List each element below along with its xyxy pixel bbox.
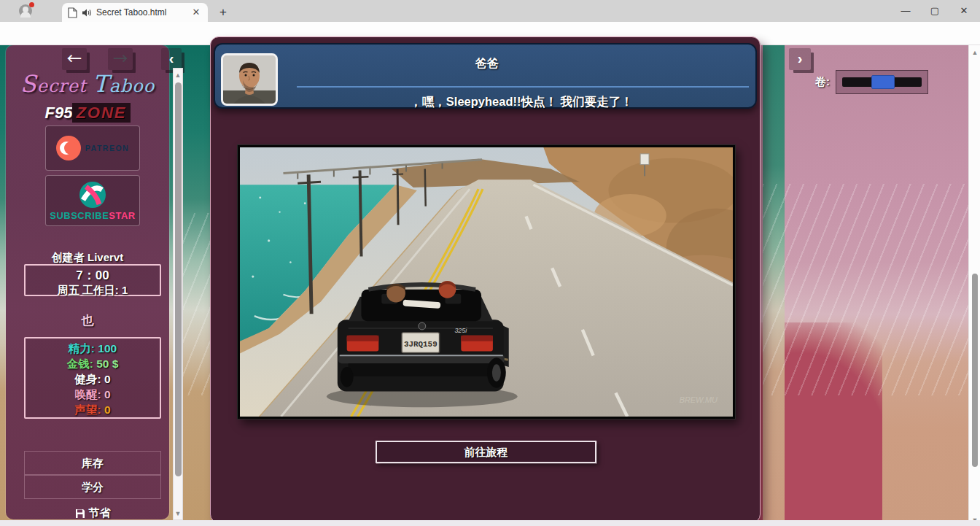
- credits-link[interactable]: 学分: [24, 475, 161, 499]
- dialog-speaker-name: 爸爸: [215, 56, 758, 71]
- window-maximize-button[interactable]: ▢: [920, 0, 949, 21]
- watermark: BREW.MU: [680, 395, 718, 404]
- svg-text:3JRQ159: 3JRQ159: [404, 340, 438, 349]
- page-scrollbar[interactable]: ▲ ▼: [968, 45, 980, 526]
- volume-track[interactable]: [842, 77, 922, 87]
- game-day: 周五 工作日: 1: [26, 284, 160, 298]
- creator-label: 创建者 Livervt: [16, 251, 159, 265]
- stat-energy: 精力: 100: [26, 341, 160, 356]
- volume-thumb[interactable]: [871, 75, 895, 89]
- scroll-down-icon[interactable]: ▼: [174, 509, 182, 518]
- window-close-button[interactable]: ✕: [949, 0, 979, 21]
- also-label: 也: [16, 312, 159, 329]
- patreon-link[interactable]: PATREON: [45, 125, 140, 171]
- history-back-button[interactable]: 🡐: [62, 48, 87, 70]
- sidebar-collapse-button[interactable]: ‹: [161, 48, 182, 70]
- sidebar-expand-button[interactable]: ›: [789, 48, 811, 70]
- stats-panel: 精力: 100 金钱: 50 $ 健身: 0 唤醒: 0 声望: 0: [24, 337, 161, 419]
- speaker-avatar: [221, 53, 278, 106]
- tab-audio-speaker-icon[interactable]: [82, 8, 92, 18]
- wave-foam: [763, 184, 980, 395]
- save-link[interactable]: 节省: [24, 506, 161, 520]
- browser-tab[interactable]: Secret Taboo.html ✕: [62, 3, 208, 22]
- inventory-link[interactable]: 库存: [24, 451, 161, 475]
- game-title: Secret Taboo: [16, 70, 159, 98]
- stat-money: 金钱: 50 $: [26, 356, 160, 371]
- dialog-text: ，嘿，Sleepyhead!!快点！ 我们要走了！: [288, 94, 755, 110]
- go-journey-button[interactable]: 前往旅程: [376, 441, 596, 463]
- scroll-up-icon[interactable]: ▲: [969, 48, 980, 57]
- avatar-portrait: [223, 55, 276, 104]
- window-minimize-button[interactable]: —: [891, 0, 920, 21]
- dialog-box: 爸爸: [214, 43, 757, 109]
- screen: Secret Taboo.html ✕ + — ▢ ✕ ← ↻ i 文件 | G…: [0, 0, 980, 526]
- svg-text:325i: 325i: [454, 327, 467, 334]
- dialog-divider: [297, 86, 749, 88]
- game-main-panel: 爸爸: [210, 36, 761, 523]
- page-scrollbar-thumb[interactable]: [972, 274, 978, 467]
- notification-dot-icon: [29, 2, 34, 7]
- stat-arousal: 唤醒: 0: [26, 387, 160, 402]
- new-tab-button[interactable]: +: [216, 5, 230, 20]
- history-forward-button[interactable]: 🡒: [108, 48, 133, 70]
- floppy-save-icon: [75, 508, 85, 519]
- tab-close-icon[interactable]: ✕: [190, 7, 202, 18]
- subscribestar-link[interactable]: SUBSCRIBESTAR: [45, 175, 140, 226]
- sidebar-scrollbar[interactable]: ▲ ▼: [173, 68, 183, 520]
- scene-video: 3JRQ159 325i BREW.MU: [238, 145, 735, 419]
- subscribestar-label: SUBSCRIBESTAR: [50, 210, 136, 221]
- coastal-road-scene: 3JRQ159 325i BREW.MU: [240, 147, 733, 417]
- tab-title: Secret Taboo.html: [96, 7, 186, 18]
- page-bottom-strip: [0, 520, 980, 526]
- patreon-logo-icon: [56, 136, 81, 160]
- subscribestar-logo-icon: [79, 181, 106, 209]
- volume-slider[interactable]: [836, 70, 928, 94]
- stat-reputation: 声望: 0: [26, 402, 160, 417]
- scroll-up-icon[interactable]: ▲: [174, 71, 182, 80]
- sidebar-scrollbar-thumb[interactable]: [175, 82, 182, 476]
- time-panel: 7：00 周五 工作日: 1: [24, 264, 161, 296]
- volume-label: 卷:: [815, 75, 830, 89]
- favicon-page-icon: [68, 7, 77, 18]
- game-sidebar: 🡐 🡒 Secret Taboo F95ZONE PATREON: [6, 45, 169, 519]
- game-page: 🡐 🡒 Secret Taboo F95ZONE PATREON: [0, 45, 980, 526]
- f95zone-logo-link[interactable]: F95ZONE: [16, 104, 159, 123]
- volume-control: 卷:: [815, 70, 928, 94]
- game-time: 7：00: [26, 267, 160, 284]
- stat-fitness: 健身: 0: [26, 371, 160, 387]
- browser-titlebar: Secret Taboo.html ✕ + — ▢ ✕: [0, 0, 980, 22]
